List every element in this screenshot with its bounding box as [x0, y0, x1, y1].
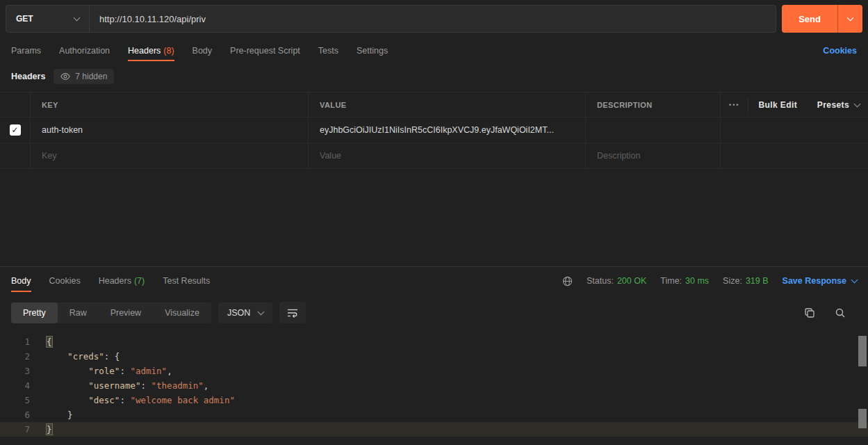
row-checkbox[interactable]: ✓: [10, 124, 21, 136]
response-toolbar: Pretty Raw Preview Visualize JSON: [0, 295, 868, 330]
code-line: 5 "desc": "welcome back admin": [0, 393, 868, 407]
chevron-down-icon: [847, 15, 854, 22]
line-content: "role": "admin",: [36, 364, 172, 378]
code-line: 3 "role": "admin",: [0, 364, 868, 378]
copy-icon: [804, 307, 815, 318]
value-cell[interactable]: eyJhbGciOiJIUzI1NiIsInR5cCI6IkpXVCJ9.eyJ…: [309, 118, 586, 143]
response-tab-headers-count: (7): [134, 276, 145, 286]
chevron-down-icon: [851, 277, 858, 284]
key-cell[interactable]: auth-token: [31, 118, 309, 143]
empty-area: [0, 169, 868, 266]
send-button-group: Send: [782, 5, 862, 33]
response-tabs: Body Cookies Headers (7) Test Results St…: [0, 267, 868, 295]
line-content: "username": "theadmin",: [36, 378, 208, 393]
wrap-text-button[interactable]: [279, 302, 306, 323]
line-number: 4: [0, 378, 36, 393]
code-lines: 1{2 "creds": {3 "role": "admin",4 "usern…: [0, 334, 868, 437]
response-tab-headers[interactable]: Headers (7): [99, 267, 145, 295]
tab-headers-label: Headers: [128, 46, 161, 56]
view-visualize[interactable]: Visualize: [153, 302, 211, 323]
value-cell: [309, 143, 586, 168]
bulk-edit-button[interactable]: Bulk Edit: [748, 100, 807, 110]
response-tab-body[interactable]: Body: [11, 267, 31, 295]
save-response-button[interactable]: Save Response: [783, 276, 857, 286]
line-number: 2: [0, 349, 36, 364]
size-value: 319 B: [746, 276, 769, 286]
view-raw[interactable]: Raw: [58, 302, 99, 323]
key-input[interactable]: [42, 151, 297, 161]
search-icon: [835, 307, 846, 318]
send-options-button[interactable]: [837, 5, 862, 33]
tab-body[interactable]: Body: [193, 38, 213, 64]
code-line: 2 "creds": {: [0, 349, 868, 364]
postman-app: GET Send Params Authorization Headers (8…: [0, 0, 868, 445]
tab-params[interactable]: Params: [11, 38, 41, 64]
response-toolbar-right: [804, 307, 857, 318]
network-globe-icon[interactable]: [562, 276, 573, 286]
response-section: Body Cookies Headers (7) Test Results St…: [0, 266, 868, 437]
column-value: VALUE: [309, 92, 586, 117]
size-label: Size:: [723, 276, 742, 286]
scrollbar-thumb[interactable]: [858, 336, 867, 366]
time-value: 30 ms: [685, 276, 709, 286]
send-button[interactable]: Send: [782, 5, 837, 33]
response-tab-cookies[interactable]: Cookies: [49, 267, 81, 295]
status-label: Status:: [587, 276, 614, 286]
description-cell[interactable]: [586, 118, 721, 143]
tab-settings[interactable]: Settings: [357, 38, 388, 64]
url-input[interactable]: [90, 6, 776, 32]
status-value: 200 OK: [617, 276, 646, 286]
hidden-headers-toggle[interactable]: 7 hidden: [54, 69, 114, 84]
save-response-label: Save Response: [783, 276, 846, 286]
presets-label: Presets: [817, 100, 849, 110]
line-content: "creds": {: [36, 349, 120, 364]
row-controls-cell: [721, 143, 868, 168]
method-select[interactable]: GET: [6, 6, 90, 32]
time-label: Time:: [660, 276, 682, 286]
size-indicator: Size: 319 B: [723, 276, 768, 286]
header-key: auth-token: [42, 125, 83, 135]
response-tab-test-results[interactable]: Test Results: [163, 267, 210, 295]
line-content: }: [36, 422, 52, 437]
description-cell: [586, 143, 721, 168]
status-indicator: Status: 200 OK: [587, 276, 646, 286]
table-row-empty: [0, 143, 868, 169]
presets-dropdown[interactable]: Presets: [808, 100, 860, 110]
description-input[interactable]: [597, 151, 709, 161]
line-number: 1: [0, 334, 36, 349]
chevron-down-icon: [74, 15, 81, 22]
line-number: 7: [0, 422, 36, 437]
table-row: ✓ auth-token eyJhbGciOiJIUzI1NiIsInR5cCI…: [0, 118, 868, 143]
cookies-link[interactable]: Cookies: [823, 46, 857, 56]
tab-headers[interactable]: Headers (8): [128, 38, 174, 64]
code-line: 7}: [0, 422, 868, 437]
view-preview[interactable]: Preview: [99, 302, 153, 323]
tab-prerequest-script[interactable]: Pre-request Script: [230, 38, 300, 64]
line-content: }: [36, 407, 73, 422]
format-dropdown[interactable]: JSON: [218, 302, 272, 323]
eye-icon: [60, 72, 70, 81]
tab-tests[interactable]: Tests: [318, 38, 338, 64]
time-indicator: Time: 30 ms: [660, 276, 709, 286]
tab-headers-count: (8): [163, 46, 174, 56]
headers-table: KEY VALUE DESCRIPTION ••• Bulk Edit Pres…: [0, 92, 868, 169]
column-key: KEY: [31, 92, 309, 117]
copy-button[interactable]: [804, 307, 815, 318]
table-header-controls: ••• Bulk Edit Presets: [721, 92, 868, 117]
header-value: eyJhbGciOiJIUzI1NiIsInR5cCI6IkpXVCJ9.eyJ…: [320, 125, 554, 135]
format-label: JSON: [227, 308, 250, 318]
line-number: 5: [0, 393, 36, 407]
view-pretty[interactable]: Pretty: [11, 302, 58, 323]
key-cell: [31, 143, 309, 168]
line-number: 6: [0, 407, 36, 422]
hidden-headers-label: 7 hidden: [75, 72, 107, 81]
line-content: {: [36, 334, 52, 349]
more-options-icon[interactable]: •••: [721, 102, 748, 108]
code-line: 1{: [0, 334, 868, 349]
tab-authorization[interactable]: Authorization: [59, 38, 110, 64]
value-input[interactable]: [320, 151, 574, 161]
chevron-down-icon: [258, 308, 265, 315]
search-button[interactable]: [835, 307, 846, 318]
scrollbar-thumb[interactable]: [858, 409, 867, 428]
response-body-viewer[interactable]: 1{2 "creds": {3 "role": "admin",4 "usern…: [0, 330, 868, 437]
